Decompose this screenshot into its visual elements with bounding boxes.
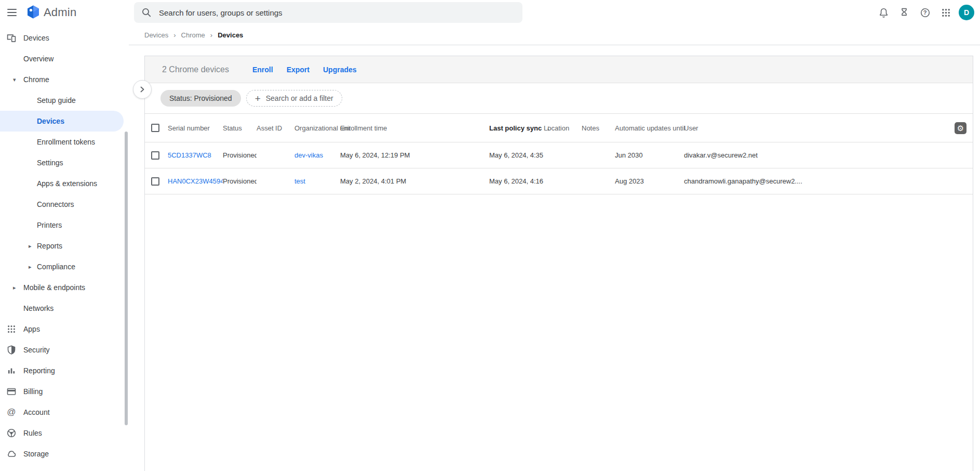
plus-icon: + (255, 94, 261, 103)
sidebar-item-settings[interactable]: Settings (0, 152, 124, 173)
tasks-button[interactable] (894, 2, 915, 23)
upgrades-button[interactable]: Upgrades (323, 66, 357, 74)
main-content: Devices › Chrome › Devices 2 Chrome devi… (129, 25, 980, 471)
sidebar-item-reporting[interactable]: Reporting (0, 360, 124, 381)
sidebar-item-billing[interactable]: Billing (0, 381, 124, 402)
cell-status: Provisioned (223, 177, 257, 185)
breadcrumb-chrome[interactable]: Chrome (181, 31, 205, 39)
sidebar-item-label: Mobile & endpoints (23, 283, 85, 292)
notifications-button[interactable] (873, 2, 894, 23)
sidebar-item-label: Devices (23, 34, 49, 42)
global-search (134, 2, 522, 23)
sidebar-item-reports[interactable]: ▸ Reports (0, 236, 124, 256)
sidebar-item-printers[interactable]: Printers (0, 215, 124, 236)
admin-logo-icon (26, 5, 41, 19)
sidebar-item-label: Printers (37, 221, 62, 229)
sidebar-item-label: Apps & extensions (37, 179, 97, 188)
apps-launcher-button[interactable] (935, 2, 956, 23)
breadcrumb: Devices › Chrome › Devices (129, 25, 980, 45)
add-filter-label: Search or add a filter (266, 94, 333, 102)
gear-icon: ⚙ (957, 124, 964, 132)
chevron-right-icon: ▸ (29, 243, 32, 250)
table-row: 5CD1337WC8 Provisioned dev-vikas May 6, … (145, 142, 973, 168)
column-header-serial[interactable]: Serial number (168, 124, 223, 132)
enroll-button[interactable]: Enroll (252, 66, 273, 74)
select-all-checkbox[interactable] (151, 124, 159, 132)
sidebar-scrollbar[interactable] (125, 132, 128, 425)
at-sign-icon: @ (6, 407, 17, 418)
column-header-last-policy-sync[interactable]: Last policy sync↓ (489, 124, 544, 132)
help-button[interactable]: ? (915, 2, 935, 23)
sidebar-item-security[interactable]: Security (0, 339, 124, 360)
column-header-enrollment-time[interactable]: Enrollment time (340, 124, 489, 132)
sidebar-item-storage[interactable]: Storage (0, 443, 124, 464)
device-count-title: 2 Chrome devices (162, 65, 229, 74)
row-checkbox[interactable] (151, 177, 159, 186)
account-avatar[interactable]: D (959, 5, 974, 20)
sidebar-item-label: Account (23, 408, 50, 416)
apps-icon (6, 323, 17, 335)
sidebar-item-devices[interactable]: Devices (0, 28, 124, 48)
devices-icon (6, 32, 17, 44)
add-filter-button[interactable]: + Search or add a filter (246, 90, 342, 107)
chevron-right-icon: ▸ (29, 264, 32, 270)
credit-card-icon (6, 386, 17, 397)
sidebar-item-compliance[interactable]: ▸ Compliance (0, 256, 124, 277)
sidebar-item-setup-guide[interactable]: Setup guide (0, 90, 124, 111)
sidebar-collapse-toggle[interactable] (133, 80, 152, 99)
export-button[interactable]: Export (287, 66, 310, 74)
bell-icon (878, 7, 889, 18)
sidebar-item-label: Setup guide (37, 96, 76, 104)
cell-serial[interactable]: HAN0CX23W459438 (168, 177, 223, 185)
sidebar-item-label: Reports (37, 242, 62, 250)
sidebar-item-label: Enrollment tokens (37, 138, 95, 146)
sidebar-item-apps-extensions[interactable]: Apps & extensions (0, 173, 124, 194)
sidebar-item-rules[interactable]: Rules (0, 423, 124, 443)
menu-icon[interactable] (7, 7, 20, 18)
top-bar: Admin ? (0, 0, 980, 25)
sidebar-item-label: Devices (37, 117, 64, 125)
sidebar-item-apps[interactable]: Apps (0, 319, 124, 339)
table-row: HAN0CX23W459438 Provisioned test May 2, … (145, 168, 973, 194)
cell-org-unit[interactable]: dev-vikas (294, 151, 340, 159)
sidebar-item-mobile-endpoints[interactable]: ▸ Mobile & endpoints (0, 277, 124, 298)
sidebar-item-label: Chrome (23, 75, 49, 84)
column-header-user[interactable]: User (684, 124, 973, 132)
filter-bar: Status: Provisioned + Search or add a fi… (145, 83, 973, 114)
sidebar-item-label: Connectors (37, 200, 74, 208)
breadcrumb-separator-icon: › (210, 31, 212, 39)
chevron-down-icon: ▾ (13, 76, 16, 83)
column-header-status[interactable]: Status (223, 124, 257, 132)
sidebar-item-enrollment-tokens[interactable]: Enrollment tokens (0, 132, 124, 152)
sidebar-item-account[interactable]: @ Account (0, 402, 124, 423)
column-header-auto-updates[interactable]: Automatic updates until (615, 124, 684, 132)
breadcrumb-devices[interactable]: Devices (144, 31, 168, 39)
panel-header: 2 Chrome devices Enroll Export Upgrades (145, 56, 973, 83)
column-header-asset-id[interactable]: Asset ID (257, 124, 294, 132)
cell-auto-updates: Aug 2023 (615, 177, 684, 185)
sidebar-item-label: Apps (23, 325, 40, 333)
manage-columns-button[interactable]: ⚙ (955, 122, 966, 134)
sidebar-item-connectors[interactable]: Connectors (0, 194, 124, 215)
cell-enrollment-time: May 6, 2024, 12:19 PM (340, 151, 489, 159)
breadcrumb-separator-icon: › (173, 31, 176, 39)
sidebar-item-label: Billing (23, 387, 43, 396)
sidebar-item-label: Settings (37, 159, 63, 167)
sidebar-item-overview[interactable]: Overview (0, 48, 124, 69)
sidebar-item-chrome-devices[interactable]: Devices (0, 111, 124, 132)
column-header-notes[interactable]: Notes (582, 124, 615, 132)
cell-org-unit[interactable]: test (294, 177, 340, 185)
cell-status: Provisioned (223, 151, 257, 159)
status-filter-chip[interactable]: Status: Provisioned (160, 90, 241, 107)
row-checkbox[interactable] (151, 151, 159, 160)
search-input[interactable] (159, 8, 491, 17)
column-header-location[interactable]: Location (544, 124, 582, 132)
sidebar-item-chrome[interactable]: ▾ Chrome (0, 69, 124, 90)
cell-serial[interactable]: 5CD1337WC8 (168, 151, 223, 159)
sidebar-item-networks[interactable]: Networks (0, 298, 124, 319)
cloud-icon (6, 448, 17, 460)
breadcrumb-current: Devices (218, 31, 243, 39)
column-header-org-unit[interactable]: Organizational unit (294, 124, 340, 132)
apps-grid-icon (941, 8, 951, 18)
table-header-row: Serial number Status Asset ID Organizati… (145, 114, 973, 142)
